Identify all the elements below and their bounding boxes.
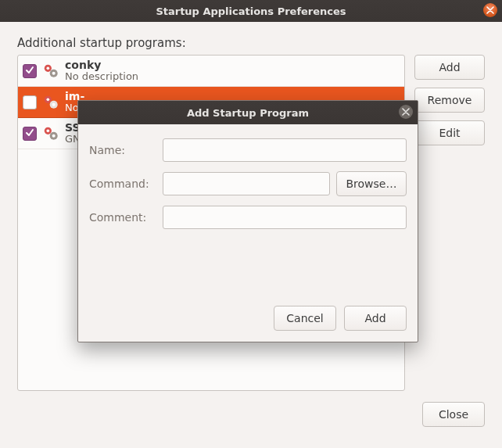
side-buttons: Add Remove Edit	[414, 55, 485, 391]
window-close-button[interactable]	[483, 3, 497, 17]
check-icon	[25, 127, 34, 140]
close-button[interactable]: Close	[422, 402, 485, 427]
main-footer: Close	[17, 402, 485, 427]
window-title: Startup Applications Preferences	[156, 5, 346, 17]
row-desc: No description	[65, 71, 138, 83]
command-label: Command:	[89, 177, 156, 190]
svg-point-1	[47, 66, 50, 70]
row-checkbox[interactable]	[23, 95, 37, 109]
dialog-body: Name: Command: Browse… Comment:	[78, 124, 418, 237]
svg-point-9	[47, 129, 50, 132]
check-icon	[25, 65, 34, 77]
cancel-button[interactable]: Cancel	[274, 306, 336, 331]
name-label: Name:	[89, 144, 156, 156]
dialog-add-button[interactable]: Add	[344, 306, 407, 331]
list-label: Additional startup programs:	[17, 36, 485, 50]
row-name: conky	[65, 59, 138, 71]
add-startup-dialog: Add Startup Program Name: Command: Brows…	[77, 100, 418, 342]
svg-point-3	[52, 71, 56, 74]
dialog-footer: Cancel Add	[78, 298, 418, 342]
browse-button[interactable]: Browse…	[336, 171, 407, 196]
window-titlebar: Startup Applications Preferences	[0, 0, 502, 22]
add-button[interactable]: Add	[414, 55, 485, 80]
gears-icon	[41, 124, 60, 143]
row-checkbox[interactable]	[23, 127, 37, 141]
close-icon	[402, 106, 410, 118]
gears-icon	[41, 62, 60, 81]
comment-field[interactable]	[163, 206, 407, 229]
svg-point-5	[47, 98, 50, 101]
svg-point-7	[52, 102, 56, 106]
close-icon	[486, 5, 494, 16]
dialog-title: Add Startup Program	[187, 107, 309, 119]
dialog-titlebar: Add Startup Program	[78, 101, 418, 124]
comment-label: Comment:	[89, 211, 156, 224]
svg-point-11	[52, 134, 56, 137]
row-text: conky No description	[65, 59, 138, 83]
command-field[interactable]	[163, 172, 330, 195]
dialog-close-button[interactable]	[399, 105, 413, 119]
gears-icon	[41, 93, 60, 112]
list-item[interactable]: conky No description	[18, 56, 404, 87]
name-field[interactable]	[163, 138, 407, 162]
edit-button[interactable]: Edit	[414, 120, 485, 145]
row-checkbox[interactable]	[23, 64, 37, 78]
remove-button[interactable]: Remove	[414, 88, 485, 113]
